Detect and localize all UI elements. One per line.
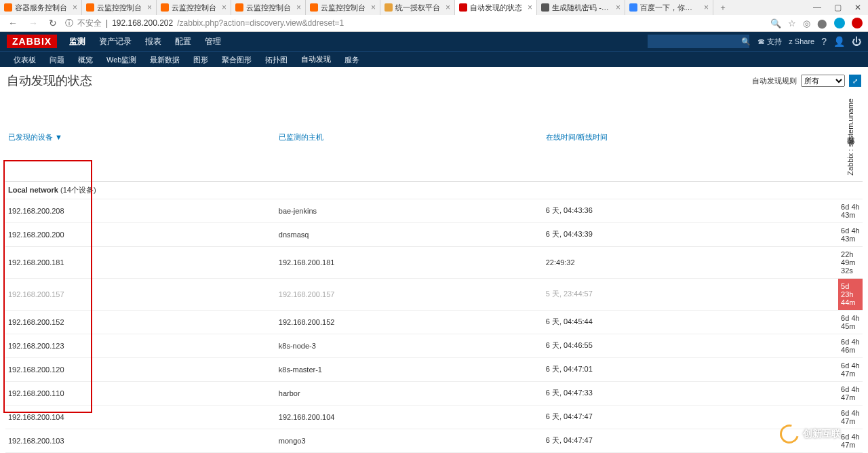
browser-tab[interactable]: 自动发现的状态× <box>455 0 537 15</box>
window-minimize[interactable]: — <box>807 0 827 15</box>
share-link[interactable]: z Share <box>789 37 814 45</box>
browser-tabs-bar: 容器服务控制台×云监控控制台×云监控控制台×云监控控制台×云监控控制台×统一授权… <box>0 0 868 15</box>
subnav-item[interactable]: 自动发现 <box>294 51 338 68</box>
subnav-item[interactable]: 概览 <box>71 52 100 68</box>
subnav-item[interactable]: Web监测 <box>100 52 143 68</box>
nav-item[interactable]: 监测 <box>62 32 92 51</box>
filter-label: 自动发现规则 <box>752 76 797 86</box>
cell-host: mongo3 <box>276 429 543 452</box>
tab-close-icon[interactable]: × <box>73 3 77 12</box>
tab-label: 自动发现的状态 <box>470 3 522 13</box>
tab-close-icon[interactable]: × <box>371 3 376 12</box>
cell-device: 192.168.200.200 <box>5 222 276 246</box>
nav-item[interactable]: 报表 <box>138 32 168 51</box>
tab-favicon <box>86 3 94 12</box>
tab-favicon <box>4 3 12 12</box>
subnav-item[interactable]: 拓扑图 <box>258 52 294 68</box>
tab-favicon <box>629 3 637 12</box>
reload-button[interactable]: ↻ <box>46 18 60 28</box>
search-icon[interactable]: 🔍 <box>741 37 751 46</box>
cell-agent: 6d 4h 45m <box>838 310 863 334</box>
window-controls: — ▢ ✕ <box>807 0 868 15</box>
cell-host: 192.168.200.157 <box>276 278 543 310</box>
col-uptime-header: 在线时间/断线时间 <box>543 94 838 181</box>
nav-item[interactable]: 配置 <box>168 32 198 51</box>
group-row: Local network (14个设备) <box>5 181 863 199</box>
cell-agent: 6d 4h 47m <box>838 381 863 405</box>
cell-device: 192.168.200.110 <box>5 381 276 405</box>
cell-agent: 6d 4h 43m <box>838 199 863 222</box>
subnav-item[interactable]: 最新数据 <box>143 52 186 68</box>
cell-uptime: 6 天, 04:45:44 <box>543 310 838 334</box>
extension-o-icon[interactable] <box>852 18 863 28</box>
logout-icon[interactable]: ⏻ <box>852 36 861 47</box>
browser-tab[interactable]: 统一授权平台× <box>380 0 455 15</box>
cell-host: dnsmasq <box>276 222 543 246</box>
extension-icon[interactable]: ◎ <box>803 18 810 28</box>
browser-tab[interactable]: 云监控控制台× <box>306 0 380 15</box>
tab-label: 容器服务控制台 <box>15 3 67 13</box>
search-input[interactable] <box>648 35 749 48</box>
cell-host: k8s-master-1 <box>276 357 543 381</box>
table-row: 192.168.200.104 192.168.200.104 6 天, 04:… <box>5 405 863 429</box>
extension-icon-2[interactable]: ⬤ <box>817 18 827 28</box>
browser-chrome: 容器服务控制台×云监控控制台×云监控控制台×云监控控制台×云监控控制台×统一授权… <box>0 0 868 32</box>
cell-agent: 6d 4h 43m <box>838 222 863 246</box>
zabbix-nav: 监测资产记录报表配置管理 <box>62 32 228 51</box>
nav-item[interactable]: 资产记录 <box>92 32 138 51</box>
subnav-item[interactable]: 图形 <box>186 52 215 68</box>
cell-uptime: 6 天, 04:43:36 <box>543 199 838 222</box>
support-link[interactable]: ☎ 支持 <box>757 37 782 47</box>
url-path: /zabbix.php?action=discovery.view&ddrese… <box>177 18 344 28</box>
col-host-header: 已监测的主机 <box>276 94 543 181</box>
bookmark-icon[interactable]: ☆ <box>788 18 796 28</box>
subnav-item[interactable]: 问题 <box>43 52 71 68</box>
title-bar: 自动发现的状态 自动发现规则 所有 ⤢ <box>0 67 868 94</box>
table-row: 192.168.200.103 mongo3 6 天, 04:47:47 6d … <box>5 429 863 452</box>
window-maximize[interactable]: ▢ <box>827 0 848 15</box>
browser-tab[interactable]: 百度一下，你就知道× <box>625 0 713 15</box>
subnav-item[interactable]: 聚合图形 <box>215 52 258 68</box>
tab-close-icon[interactable]: × <box>616 3 620 12</box>
new-tab-button[interactable]: ＋ <box>713 2 732 14</box>
window-close[interactable]: ✕ <box>848 0 868 15</box>
content: 已发现的设备 ▼ 已监测的主机 在线时间/断线时间 Zabbix 客户端: sy… <box>0 94 868 453</box>
browser-tab[interactable]: 生成随机密码 - 密码生× <box>537 0 625 15</box>
url-field[interactable]: ⓘ 不安全 | 192.168.200.202/zabbix.php?actio… <box>65 18 765 29</box>
tab-close-icon[interactable]: × <box>222 3 226 12</box>
back-button[interactable]: ← <box>5 18 20 28</box>
sort-arrow-icon[interactable]: ▼ <box>55 133 62 141</box>
cell-agent: 5d 23h 44m <box>838 278 863 310</box>
tab-close-icon[interactable]: × <box>704 3 709 12</box>
tab-close-icon[interactable]: × <box>296 3 301 12</box>
browser-tab[interactable]: 云监控控制台× <box>157 0 231 15</box>
browser-tab[interactable]: 云监控控制台× <box>82 0 157 15</box>
table-row: 192.168.200.208 bae-jenkins 6 天, 04:43:3… <box>5 199 863 222</box>
tab-close-icon[interactable]: × <box>147 3 152 12</box>
cell-host: k8s-node-3 <box>276 334 543 357</box>
extension-b-icon[interactable] <box>834 18 845 28</box>
cell-uptime: 6 天, 04:47:33 <box>543 381 838 405</box>
tab-close-icon[interactable]: × <box>528 3 532 12</box>
user-icon[interactable]: 👤 <box>833 36 845 47</box>
col-device-header[interactable]: 已发现的设备 ▼ <box>5 94 276 181</box>
tab-close-icon[interactable]: × <box>446 3 450 12</box>
browser-tab[interactable]: 容器服务控制台× <box>0 0 82 15</box>
subnav-item[interactable]: 服务 <box>338 52 366 68</box>
search-icon[interactable]: 🔍 <box>770 18 781 28</box>
forward-button[interactable]: → <box>26 18 41 28</box>
help-icon[interactable]: ? <box>821 36 827 47</box>
tab-favicon <box>459 3 467 12</box>
browser-tab[interactable]: 云监控控制台× <box>231 0 306 15</box>
table-row: 192.168.200.123 k8s-node-3 6 天, 04:46:55… <box>5 334 863 357</box>
cell-agent: 6d 4h 47m <box>838 357 863 381</box>
zabbix-logo[interactable]: ZABBIX <box>7 35 57 48</box>
address-bar-right: 🔍 ☆ ◎ ⬤ <box>770 18 863 28</box>
fullscreen-button[interactable]: ⤢ <box>849 75 861 87</box>
discovery-rule-select[interactable]: 所有 <box>801 75 845 87</box>
info-icon[interactable]: ⓘ <box>65 18 73 29</box>
cell-uptime: 22:49:32 <box>543 246 838 278</box>
nav-item[interactable]: 管理 <box>198 32 228 51</box>
table-row: 192.168.200.110 harbor 6 天, 04:47:33 6d … <box>5 381 863 405</box>
subnav-item[interactable]: 仪表板 <box>7 52 43 68</box>
